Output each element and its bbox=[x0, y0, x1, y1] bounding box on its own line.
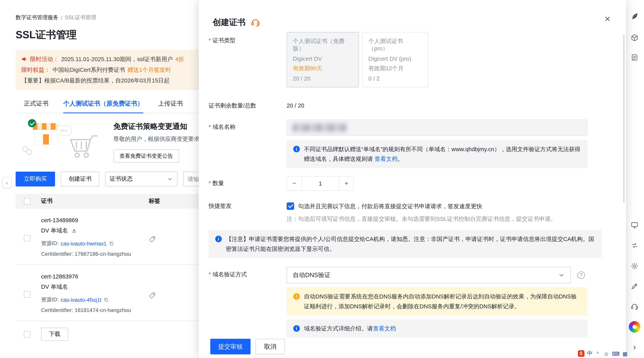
banner-text: 尊敬的用户，根据供应商变更要求， bbox=[113, 136, 199, 143]
help-icon[interactable]: ? bbox=[578, 272, 585, 279]
remaining-value: 20 / 20 bbox=[287, 102, 304, 110]
table-row: cert-12863976 DV 单域名 资源ID: cas-ivauto-4f… bbox=[16, 265, 199, 321]
chevron-down-icon bbox=[558, 272, 565, 278]
field-quick-issue: 快捷签发 勾选并且完善以下信息，付款后将直接提交证书申请请求，签发速度更快 注：… bbox=[209, 202, 626, 223]
ime-toolbar: S 中 丶 ☺ ⌨ ▦ bbox=[578, 350, 628, 357]
ime-keyboard-icon[interactable]: ⌨ bbox=[612, 350, 620, 357]
collapse-arrow-icon: ‹ bbox=[6, 180, 8, 186]
quill-icon[interactable] bbox=[628, 10, 641, 23]
resource-id-link[interactable]: cas-ivauto-4fsq1t bbox=[60, 297, 101, 303]
column-header-tag: 标签 bbox=[149, 198, 160, 205]
headset-icon[interactable] bbox=[628, 300, 641, 313]
domain-info-alert: i 不同证书品牌默认赠送“单域名”的规则有所不同（单域名：www.qhdbjmy… bbox=[287, 140, 587, 168]
field-domain-name: * 域名名称 bbox=[209, 120, 626, 136]
quantity-decrease-button[interactable]: − bbox=[287, 176, 302, 190]
free-cert-policy-banner: ··· 免费证书策略变更通知 尊敬的用户，根据供应商变更要求， bbox=[16, 119, 199, 162]
ca-notice-alert: i 【注意】申请证书需要您将提供的个人/公司信息提交给CA机构，请知悉。注意：非… bbox=[209, 230, 601, 258]
breadcrumb: 数字证书管理服务 / SSL证书管理 bbox=[16, 14, 199, 21]
modal-scrollbar[interactable] bbox=[623, 34, 624, 203]
remaining-label-text: 证书剩余数量/总数 bbox=[209, 102, 256, 110]
download-button[interactable]: 下载 bbox=[41, 328, 68, 341]
tab-upload-certs[interactable]: 上传证书 bbox=[158, 96, 183, 113]
tab-personal-test-certs[interactable]: 个人测试证书（原免费证书） bbox=[63, 96, 144, 113]
tag-icon[interactable] bbox=[149, 236, 156, 243]
table-row: cert-13489869 DV 单域名 资源ID: cas-ivaut bbox=[16, 208, 199, 265]
gear-icon[interactable] bbox=[628, 260, 641, 272]
download-icon[interactable] bbox=[71, 228, 78, 234]
sidebar-collapse-handle[interactable]: ‹ bbox=[2, 177, 12, 188]
notes-icon[interactable] bbox=[628, 51, 641, 64]
select-all-checkbox[interactable] bbox=[24, 198, 30, 204]
shop-body bbox=[34, 130, 58, 144]
warning-icon: ! bbox=[293, 293, 300, 300]
domain-name-input[interactable] bbox=[287, 120, 587, 136]
field-verify-method: * 域名验证方式 自动DNS验证 ? bbox=[209, 267, 626, 283]
monitor-icon[interactable] bbox=[628, 218, 641, 232]
modal-footer: 提交审核 取消 bbox=[210, 339, 285, 354]
expand-arrow-icon[interactable]: › bbox=[628, 340, 641, 354]
promo-line1-text: 2025.11.01-2025.11.30期间，ssl证书新用户 bbox=[61, 54, 173, 64]
cert-search-input[interactable] bbox=[183, 172, 199, 186]
quantity-label: * 数量 bbox=[209, 176, 287, 191]
breadcrumb-root[interactable]: 数字证书管理服务 bbox=[16, 14, 58, 21]
row-checkbox[interactable] bbox=[24, 235, 30, 242]
pencil-icon[interactable] bbox=[628, 280, 641, 293]
app-root: 数字证书管理服务 / SSL证书管理 SSL证书管理 限时活动： 2025.11… bbox=[0, 0, 644, 358]
tab-official-certs[interactable]: 正式证书 bbox=[24, 96, 48, 113]
quantity-value[interactable]: 1 bbox=[302, 176, 339, 190]
quick-issue-note: 注：勾选后可填写证书信息，直接提交审核。未勾选需要到SSL证书控制台完善证书信息… bbox=[287, 214, 556, 224]
resource-id: 资源ID: cas-ivauto-4fsq1t bbox=[41, 296, 149, 304]
submit-review-button[interactable]: 提交审核 bbox=[210, 339, 250, 354]
cert-status-filter[interactable]: 证书状态 bbox=[105, 172, 178, 186]
transfer-icon[interactable] bbox=[628, 239, 641, 252]
tag-icon[interactable] bbox=[149, 292, 156, 300]
modal-title: 创建证书 bbox=[213, 17, 246, 28]
promo-line1-highlight: 4折 bbox=[175, 54, 184, 64]
row-checkbox[interactable] bbox=[24, 331, 30, 338]
banner-illustration: ··· bbox=[16, 119, 103, 161]
verify-method-select[interactable]: 自动DNS验证 bbox=[287, 267, 571, 283]
card-quota: 20 / 20 bbox=[293, 75, 353, 82]
verify-info-body: 域名验证方式详细介绍。请 bbox=[304, 325, 373, 332]
copy-icon[interactable] bbox=[109, 241, 114, 246]
redacted-domain-value bbox=[293, 124, 346, 132]
quick-issue-label-text: 快捷签发 bbox=[209, 202, 232, 223]
shopping-cart-icon bbox=[68, 134, 100, 159]
cert-type-card-pro[interactable]: 个人测试证书（pro） Digicert DV (pro) 有效期12个月 0 … bbox=[362, 32, 428, 88]
close-icon[interactable]: × bbox=[604, 14, 610, 24]
cancel-button[interactable]: 取消 bbox=[256, 339, 285, 354]
cert-type: DV 单域名 bbox=[41, 283, 149, 291]
ime-emoji-icon[interactable]: ☺ bbox=[604, 350, 609, 357]
promo-line-1: 限时活动： 2025.11.01-2025.11.30期间，ssl证书新用户 4… bbox=[21, 54, 199, 64]
ime-punct-toggle[interactable]: 丶 bbox=[596, 350, 601, 357]
ime-toolbox-icon[interactable]: ▦ bbox=[622, 350, 628, 357]
create-cert-button[interactable]: 创建证书 bbox=[61, 172, 100, 186]
quick-issue-checkbox[interactable] bbox=[287, 202, 294, 210]
view-policy-change-button[interactable]: 查看免费证书变更公告 bbox=[113, 150, 179, 162]
quick-issue-row: 勾选并且完善以下信息，付款后将直接提交证书申请请求，签发速度更快 bbox=[287, 202, 556, 211]
verify-method-value: 自动DNS验证 bbox=[293, 271, 330, 279]
ai-assistant-icon[interactable] bbox=[628, 320, 641, 334]
view-docs-link[interactable]: 查看文档 bbox=[373, 325, 396, 332]
cert-tabs: 正式证书 个人测试证书（原免费证书） 上传证书 bbox=[16, 96, 199, 113]
row-checkbox[interactable] bbox=[24, 291, 30, 298]
quick-issue-field: 勾选并且完善以下信息，付款后将直接提交证书申请请求，签发速度更快 注：勾选后可填… bbox=[287, 202, 556, 223]
required-mark: * bbox=[209, 180, 211, 191]
check-badge-icon bbox=[28, 119, 36, 127]
info-icon: i bbox=[293, 146, 300, 152]
quantity-stepper: − 1 + bbox=[287, 176, 354, 191]
buy-now-button[interactable]: 立即购买 bbox=[16, 172, 55, 186]
ssl-cert-management-page: 数字证书管理服务 / SSL证书管理 SSL证书管理 限时活动： 2025.11… bbox=[0, 0, 199, 358]
promo-line2-link[interactable]: 赠送1个月签发时 bbox=[128, 64, 171, 75]
ime-lang-toggle[interactable]: 中 bbox=[587, 350, 592, 357]
ime-logo-icon[interactable]: S bbox=[578, 350, 584, 357]
cert-type-card-free[interactable]: 个人测试证书（免费版） Digicert DV 有效期90天 20 / 20 bbox=[287, 32, 359, 88]
copy-icon[interactable] bbox=[103, 297, 109, 302]
cert-cell: cert-12863976 DV 单域名 资源ID: cas-ivauto-4f… bbox=[41, 273, 149, 313]
quantity-increase-button[interactable]: + bbox=[339, 176, 354, 190]
package-icon[interactable] bbox=[628, 31, 641, 44]
domain-info-suffix: 。 bbox=[398, 156, 403, 162]
view-docs-link[interactable]: 查看文档 bbox=[374, 156, 398, 162]
resource-id-link[interactable]: cas-ivauto-hwmax1 bbox=[60, 240, 106, 246]
verify-method-label: * 域名验证方式 bbox=[209, 267, 287, 283]
